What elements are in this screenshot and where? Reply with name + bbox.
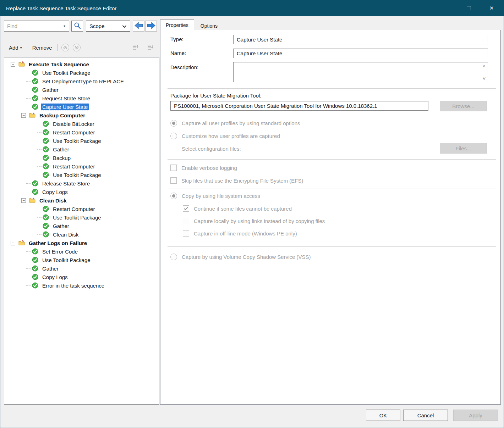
checkbox-capture-links[interactable]: Capture locally by using links instead o… <box>183 217 325 225</box>
tree-item-label: Clean Disk <box>52 231 80 238</box>
tree-connector-line <box>37 158 42 158</box>
tree-connector-line <box>26 73 31 73</box>
step-success-icon <box>43 163 49 169</box>
package-field[interactable]: PS100001, Microsoft Corporation User Sta… <box>170 101 428 111</box>
tree-item[interactable]: Use Toolkit Package <box>4 256 159 264</box>
tree-item[interactable]: Gather <box>4 222 159 230</box>
option-label: Capture all user profiles by using stand… <box>182 120 300 126</box>
tree-item[interactable]: Use Toolkit Package <box>4 213 159 222</box>
move-up-button[interactable] <box>61 43 70 52</box>
checkbox-checked-icon <box>183 205 189 212</box>
search-button[interactable] <box>71 21 83 32</box>
clear-search-button[interactable]: x <box>62 23 69 29</box>
find-previous-button[interactable] <box>133 21 144 32</box>
tab-properties[interactable]: Properties <box>160 20 194 30</box>
tree-connector-line <box>37 124 42 124</box>
files-button[interactable]: Files... <box>440 143 487 154</box>
scope-dropdown[interactable]: Scope <box>86 21 130 32</box>
checkbox-skip-efs[interactable]: Skip files that use the Encrypting File … <box>170 177 303 184</box>
close-button[interactable]: ✕ <box>480 0 503 16</box>
tree-item[interactable]: Backup <box>4 154 159 162</box>
step-success-icon <box>32 257 38 263</box>
tree-item[interactable]: Copy Logs <box>4 273 159 281</box>
scroll-up-icon[interactable]: ˄ <box>482 63 487 68</box>
tree-item[interactable]: Use Toolkit Package <box>4 137 159 145</box>
step-success-icon <box>43 129 49 135</box>
tree-item[interactable]: Gather <box>4 145 159 154</box>
tree-item[interactable]: Release State Store <box>4 179 159 188</box>
tree-connector-line <box>37 209 42 209</box>
move-down-button[interactable] <box>72 43 81 52</box>
apply-button[interactable]: Apply <box>453 410 498 421</box>
option-label: Skip files that use the Encrypting File … <box>181 178 303 184</box>
tree-toolbar-right <box>127 43 159 52</box>
step-success-icon <box>32 274 38 280</box>
collapse-all-button[interactable] <box>131 43 139 52</box>
description-field[interactable]: ˄ ˅ <box>233 62 488 82</box>
tree-item[interactable]: Capture User State <box>4 102 159 111</box>
expand-all-button[interactable] <box>146 43 154 52</box>
checkbox-continue-on-error[interactable]: Continue if some files cannot be capture… <box>183 205 292 212</box>
type-field[interactable]: Capture User State <box>233 35 488 44</box>
expand-all-icon <box>146 47 154 52</box>
tree-item[interactable]: Disable BitLocker <box>4 119 159 128</box>
tree-collapse-toggle[interactable]: − <box>21 198 26 203</box>
tree-item[interactable]: Set DeploymentType to REPLACE <box>4 77 159 85</box>
scroll-down-icon[interactable]: ˅ <box>482 76 487 81</box>
checkbox-unchecked-icon <box>170 177 177 184</box>
tree-item[interactable]: −Execute Task Sequence <box>4 60 159 68</box>
checkbox-capture-offline[interactable]: Capture in off-line mode (Windows PE onl… <box>183 229 297 237</box>
tree-item[interactable]: Set Error Code <box>4 247 159 256</box>
browse-button[interactable]: Browse... <box>440 101 487 111</box>
tree-connector-line <box>26 251 31 252</box>
radio-capture-custom[interactable]: Customize how user profiles are captured <box>170 132 280 140</box>
tree-item-label: Use Toolkit Package <box>52 138 102 144</box>
cancel-button[interactable]: Cancel <box>403 410 448 421</box>
search-input[interactable] <box>4 21 62 31</box>
tree-item[interactable]: −Clean Disk <box>4 196 159 205</box>
radio-copy-filesystem[interactable]: Copy by using file system access <box>170 192 260 200</box>
tree-item[interactable]: Restart Computer <box>4 128 159 137</box>
tree-connector-line <box>37 166 42 167</box>
radio-capture-standard[interactable]: Capture all user profiles by using stand… <box>170 119 300 127</box>
tree-item[interactable]: −Backup Computer <box>4 111 159 119</box>
tree-item[interactable]: Use Toolkit Package <box>4 171 159 179</box>
tree-item[interactable]: Gather <box>4 85 159 94</box>
tree-item[interactable]: Restart Computer <box>4 162 159 171</box>
task-tree: −Execute Task SequenceUse Toolkit Packag… <box>4 57 159 405</box>
radio-unselected-icon <box>170 133 177 139</box>
radio-capture-vss[interactable]: Capture by using Volume Copy Shadow Serv… <box>170 253 311 261</box>
tree-item[interactable]: Request State Store <box>4 94 159 102</box>
step-success-icon <box>32 78 38 84</box>
find-next-button[interactable] <box>145 21 157 32</box>
tree-item[interactable]: Copy Logs <box>4 188 159 196</box>
step-success-icon <box>32 180 38 187</box>
maximize-button[interactable] <box>458 0 480 16</box>
tree-connector-line <box>26 183 31 184</box>
minimize-button[interactable]: — <box>435 0 458 16</box>
tree-collapse-toggle[interactable]: − <box>11 62 15 67</box>
tree-item[interactable]: Restart Computer <box>4 205 159 213</box>
search-icon <box>73 22 81 30</box>
tree-collapse-toggle[interactable]: − <box>21 113 26 118</box>
tree-item-label: Restart Computer <box>52 163 96 170</box>
tree-connector-line <box>26 268 31 269</box>
step-success-icon <box>32 70 38 76</box>
remove-button[interactable]: Remove <box>31 45 54 51</box>
name-field[interactable]: Capture User State <box>233 49 488 58</box>
step-success-icon <box>32 248 38 255</box>
checkbox-verbose-logging[interactable]: Enable verbose logging <box>170 164 237 172</box>
tree-item[interactable]: Use Toolkit Package <box>4 68 159 77</box>
group-folder-icon <box>29 197 35 204</box>
find-box: x <box>4 21 69 32</box>
tree-item-label: Use Toolkit Package <box>41 257 92 263</box>
tree-item[interactable]: Error in the task sequence <box>4 281 159 290</box>
description-label: Description: <box>170 64 198 70</box>
tree-item[interactable]: Gather <box>4 264 159 273</box>
tree-item[interactable]: −Gather Logs on Failure <box>4 239 159 247</box>
tree-item[interactable]: Clean Disk <box>4 230 159 239</box>
tree-collapse-toggle[interactable]: − <box>11 241 15 245</box>
add-button[interactable]: Add ▾ <box>4 45 23 51</box>
tab-options[interactable]: Options <box>195 21 223 30</box>
ok-button[interactable]: OK <box>366 410 400 421</box>
